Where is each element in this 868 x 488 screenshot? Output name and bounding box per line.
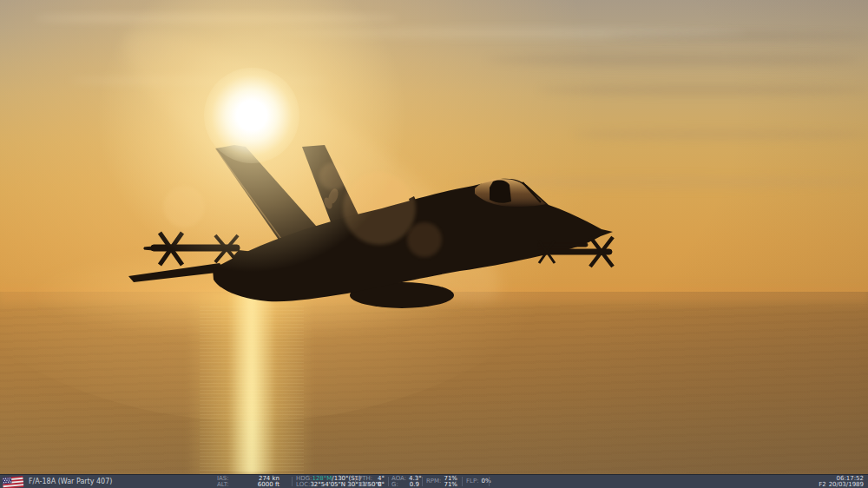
flp-label: FLP: — [466, 478, 479, 485]
g-label: G: — [391, 482, 398, 488]
player-aircraft-label: F/A-18A (War Party 407) — [29, 478, 112, 485]
bnk-label: BNK: — [358, 482, 373, 488]
speed-altitude-block: IAS:274 kn ALT:6000 ft — [217, 476, 279, 488]
dcs-external-view: F/A-18A (War Party 407) IAS:274 kn ALT:6… — [0, 0, 868, 488]
g-value: 0.9 — [410, 482, 419, 488]
alt-value: 6000 ft — [258, 482, 279, 488]
rpm-label: RPM: — [426, 478, 441, 485]
status-bar: F/A-18A (War Party 407) IAS:274 kn ALT:6… — [0, 474, 868, 488]
bnk-value: 0° — [378, 482, 385, 488]
player-info: F/A-18A (War Party 407) — [3, 475, 112, 488]
alt-label: ALT: — [217, 482, 229, 488]
view-indicator: F2 — [819, 481, 825, 488]
divider — [355, 477, 356, 486]
pitch-bank-block: PTH:4° BNK:0° — [358, 476, 385, 488]
mission-date: 20/03/1989 — [829, 481, 864, 488]
us-flag-icon — [2, 475, 23, 488]
aoa-g-block: AOA:4.3° G:0.9 — [391, 476, 419, 488]
divider — [462, 477, 463, 486]
rpm-block: RPM: 71% 71% — [425, 476, 458, 488]
divider — [422, 477, 423, 486]
vignette — [0, 0, 868, 488]
divider — [292, 477, 293, 486]
divider — [388, 477, 389, 486]
loc-label: LOC: — [296, 482, 310, 488]
flaps-block: FLP:0% — [466, 476, 489, 488]
divider — [489, 477, 490, 486]
clock-block: 06:17:52 F220/03/1989 — [816, 476, 864, 488]
rpm-right-value: 71% — [444, 482, 457, 488]
